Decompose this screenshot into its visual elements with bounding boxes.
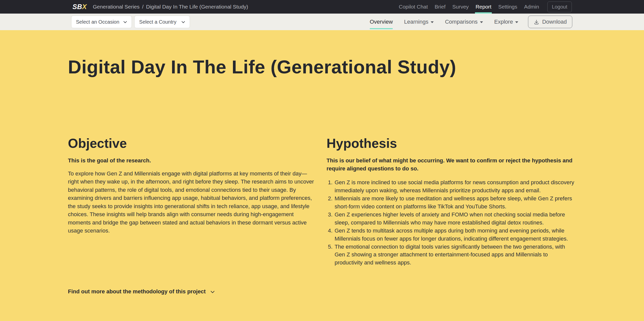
occasion-select[interactable]: Select an Occasion bbox=[71, 16, 132, 28]
download-icon bbox=[534, 19, 539, 25]
objective-section: Objective This is the goal of the resear… bbox=[68, 136, 317, 295]
chevron-down-icon bbox=[181, 20, 186, 24]
nav-item-settings[interactable]: Settings bbox=[498, 0, 517, 14]
download-button-label: Download bbox=[542, 19, 567, 25]
tab-comparisons-label: Comparisons bbox=[445, 19, 478, 25]
objective-body: To explore how Gen Z and Millennials eng… bbox=[68, 170, 317, 235]
tab-overview-label: Overview bbox=[370, 19, 393, 25]
logo-text-sb: SB bbox=[72, 3, 82, 11]
tab-comparisons[interactable]: Comparisons bbox=[445, 14, 483, 30]
report-tabs: Overview Learnings Comparisons Explore D… bbox=[370, 14, 572, 30]
tab-learnings-label: Learnings bbox=[404, 19, 428, 25]
hypothesis-item: Gen Z tends to multitask across multiple… bbox=[334, 227, 576, 243]
caret-down-icon bbox=[480, 21, 483, 23]
logo-text-x: X bbox=[82, 3, 87, 11]
sbx-logo[interactable]: SBX bbox=[72, 3, 87, 11]
nav-item-admin[interactable]: Admin bbox=[524, 0, 539, 14]
country-select-value: Select a Country bbox=[139, 19, 176, 25]
nav-item-copilot-chat[interactable]: Copilot Chat bbox=[399, 0, 428, 14]
tab-explore[interactable]: Explore bbox=[494, 14, 518, 30]
methodology-link[interactable]: Find out more about the methodology of t… bbox=[68, 288, 215, 295]
download-button[interactable]: Download bbox=[528, 16, 572, 28]
breadcrumb: Generational Series / Digital Day In The… bbox=[93, 4, 248, 10]
nav-item-report[interactable]: Report bbox=[475, 0, 491, 14]
report-toolbar: Select an Occasion Select a Country Over… bbox=[0, 14, 644, 30]
filter-selects: Select an Occasion Select a Country bbox=[71, 16, 190, 28]
chevron-down-icon bbox=[123, 20, 128, 24]
objective-subheading: This is the goal of the research. bbox=[68, 157, 317, 165]
hypothesis-item: Millennials are more likely to use medit… bbox=[334, 195, 576, 211]
hypothesis-subheading: This is our belief of what might be occu… bbox=[327, 157, 576, 173]
top-nav-links: Copilot Chat Brief Survey Report Setting… bbox=[399, 0, 572, 14]
tab-explore-label: Explore bbox=[494, 19, 513, 25]
country-select[interactable]: Select a Country bbox=[134, 16, 190, 28]
tab-overview[interactable]: Overview bbox=[370, 14, 393, 30]
hypothesis-item: Gen Z experiences higher levels of anxie… bbox=[334, 211, 576, 227]
breadcrumb-current: Digital Day In The Life (Generational St… bbox=[146, 4, 248, 10]
objective-hypothesis-columns: Objective This is the goal of the resear… bbox=[68, 136, 576, 295]
breadcrumb-parent[interactable]: Generational Series bbox=[93, 4, 140, 10]
caret-down-icon bbox=[431, 21, 434, 23]
breadcrumb-separator: / bbox=[142, 4, 144, 10]
logout-button[interactable]: Logout bbox=[547, 2, 572, 12]
tab-learnings[interactable]: Learnings bbox=[404, 14, 434, 30]
chevron-down-icon bbox=[210, 289, 215, 295]
occasion-select-value: Select an Occasion bbox=[76, 19, 119, 25]
hypothesis-list: Gen Z is more inclined to use social med… bbox=[327, 178, 576, 267]
nav-item-brief[interactable]: Brief bbox=[435, 0, 446, 14]
page-title: Digital Day In The Life (Generational St… bbox=[68, 30, 576, 78]
report-overview-page: Digital Day In The Life (Generational St… bbox=[0, 30, 644, 321]
hypothesis-item: Gen Z is more inclined to use social med… bbox=[334, 178, 576, 195]
nav-item-survey[interactable]: Survey bbox=[452, 0, 469, 14]
methodology-link-label: Find out more about the methodology of t… bbox=[68, 288, 206, 295]
caret-down-icon bbox=[515, 21, 518, 23]
hypothesis-item: The emotional connection to digital tool… bbox=[334, 243, 576, 267]
hypothesis-heading: Hypothesis bbox=[327, 136, 576, 151]
objective-heading: Objective bbox=[68, 136, 317, 151]
hypothesis-section: Hypothesis This is our belief of what mi… bbox=[327, 136, 576, 295]
top-navbar: SBX Generational Series / Digital Day In… bbox=[0, 0, 644, 14]
